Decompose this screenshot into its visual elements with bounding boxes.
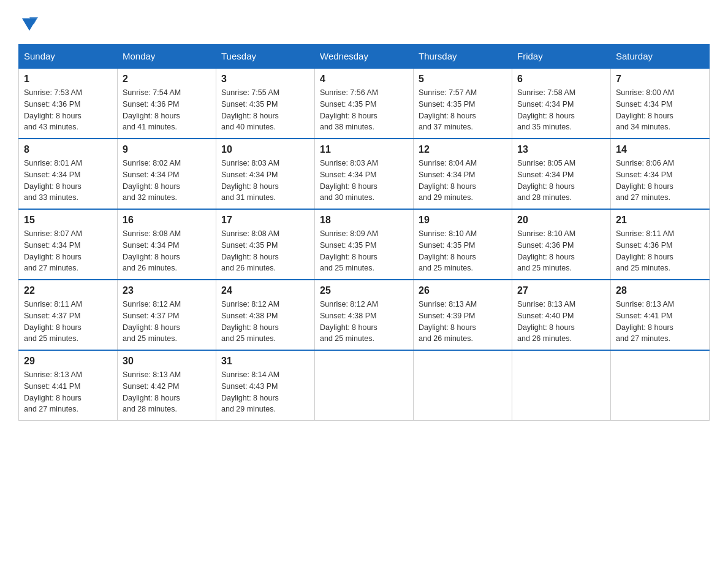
col-header-thursday: Thursday — [414, 45, 512, 69]
day-number: 1 — [24, 74, 112, 85]
day-number: 18 — [320, 215, 408, 226]
day-info: Sunrise: 8:13 AMSunset: 4:42 PMDaylight:… — [123, 369, 211, 415]
calendar-cell: 8Sunrise: 8:01 AMSunset: 4:34 PMDaylight… — [19, 139, 118, 209]
day-number: 19 — [419, 215, 507, 226]
day-info: Sunrise: 8:04 AMSunset: 4:34 PMDaylight:… — [419, 158, 507, 204]
calendar-cell: 25Sunrise: 8:12 AMSunset: 4:38 PMDayligh… — [315, 280, 414, 350]
day-info: Sunrise: 8:10 AMSunset: 4:35 PMDaylight:… — [419, 228, 507, 274]
day-number: 4 — [320, 74, 408, 85]
day-number: 26 — [419, 285, 507, 296]
day-info: Sunrise: 7:53 AMSunset: 4:36 PMDaylight:… — [24, 87, 112, 133]
day-info: Sunrise: 7:56 AMSunset: 4:35 PMDaylight:… — [320, 87, 408, 133]
day-info: Sunrise: 8:13 AMSunset: 4:41 PMDaylight:… — [24, 369, 112, 415]
calendar-cell: 15Sunrise: 8:07 AMSunset: 4:34 PMDayligh… — [19, 209, 118, 280]
day-number: 27 — [517, 285, 605, 296]
calendar-cell: 19Sunrise: 8:10 AMSunset: 4:35 PMDayligh… — [414, 209, 512, 280]
day-number: 25 — [320, 285, 408, 296]
day-info: Sunrise: 8:13 AMSunset: 4:41 PMDaylight:… — [616, 299, 704, 345]
day-number: 9 — [123, 144, 211, 155]
day-number: 7 — [616, 74, 704, 85]
day-info: Sunrise: 8:06 AMSunset: 4:34 PMDaylight:… — [616, 158, 704, 204]
day-number: 23 — [123, 285, 211, 296]
day-info: Sunrise: 8:11 AMSunset: 4:36 PMDaylight:… — [616, 228, 704, 274]
day-info: Sunrise: 7:55 AMSunset: 4:35 PMDaylight:… — [221, 87, 309, 133]
day-number: 20 — [517, 215, 605, 226]
calendar-week-row: 8Sunrise: 8:01 AMSunset: 4:34 PMDaylight… — [19, 139, 710, 209]
day-number: 8 — [24, 144, 112, 155]
day-number: 10 — [221, 144, 309, 155]
calendar-cell — [414, 350, 512, 421]
calendar-cell: 20Sunrise: 8:10 AMSunset: 4:36 PMDayligh… — [512, 209, 611, 280]
calendar-cell: 1Sunrise: 7:53 AMSunset: 4:36 PMDaylight… — [19, 68, 118, 139]
day-info: Sunrise: 7:54 AMSunset: 4:36 PMDaylight:… — [123, 87, 211, 133]
col-header-friday: Friday — [512, 45, 611, 69]
day-number: 30 — [123, 356, 211, 367]
day-info: Sunrise: 7:57 AMSunset: 4:35 PMDaylight:… — [419, 87, 507, 133]
day-number: 15 — [24, 215, 112, 226]
calendar-cell: 13Sunrise: 8:05 AMSunset: 4:34 PMDayligh… — [512, 139, 611, 209]
logo — [18, 12, 39, 33]
day-info: Sunrise: 8:05 AMSunset: 4:34 PMDaylight:… — [517, 158, 605, 204]
calendar-cell — [611, 350, 710, 421]
col-header-sunday: Sunday — [19, 45, 118, 69]
calendar-cell: 9Sunrise: 8:02 AMSunset: 4:34 PMDaylight… — [118, 139, 216, 209]
calendar-cell: 30Sunrise: 8:13 AMSunset: 4:42 PMDayligh… — [118, 350, 216, 421]
calendar-cell: 2Sunrise: 7:54 AMSunset: 4:36 PMDaylight… — [118, 68, 216, 139]
day-info: Sunrise: 8:07 AMSunset: 4:34 PMDaylight:… — [24, 228, 112, 274]
col-header-tuesday: Tuesday — [216, 45, 315, 69]
day-number: 31 — [221, 356, 309, 367]
calendar-cell: 24Sunrise: 8:12 AMSunset: 4:38 PMDayligh… — [216, 280, 315, 350]
calendar-cell: 29Sunrise: 8:13 AMSunset: 4:41 PMDayligh… — [19, 350, 118, 421]
calendar-cell: 4Sunrise: 7:56 AMSunset: 4:35 PMDaylight… — [315, 68, 414, 139]
calendar-cell: 21Sunrise: 8:11 AMSunset: 4:36 PMDayligh… — [611, 209, 710, 280]
day-number: 16 — [123, 215, 211, 226]
day-info: Sunrise: 8:02 AMSunset: 4:34 PMDaylight:… — [123, 158, 211, 204]
calendar-cell: 18Sunrise: 8:09 AMSunset: 4:35 PMDayligh… — [315, 209, 414, 280]
day-info: Sunrise: 8:09 AMSunset: 4:35 PMDaylight:… — [320, 228, 408, 274]
day-info: Sunrise: 8:00 AMSunset: 4:34 PMDaylight:… — [616, 87, 704, 133]
calendar-cell: 3Sunrise: 7:55 AMSunset: 4:35 PMDaylight… — [216, 68, 315, 139]
calendar-cell: 5Sunrise: 7:57 AMSunset: 4:35 PMDaylight… — [414, 68, 512, 139]
day-number: 14 — [616, 144, 704, 155]
calendar-week-row: 1Sunrise: 7:53 AMSunset: 4:36 PMDaylight… — [19, 68, 710, 139]
day-number: 17 — [221, 215, 309, 226]
day-info: Sunrise: 7:58 AMSunset: 4:34 PMDaylight:… — [517, 87, 605, 133]
col-header-wednesday: Wednesday — [315, 45, 414, 69]
calendar-cell: 11Sunrise: 8:03 AMSunset: 4:34 PMDayligh… — [315, 139, 414, 209]
day-info: Sunrise: 8:14 AMSunset: 4:43 PMDaylight:… — [221, 369, 309, 415]
day-number: 21 — [616, 215, 704, 226]
col-header-saturday: Saturday — [611, 45, 710, 69]
day-info: Sunrise: 8:03 AMSunset: 4:34 PMDaylight:… — [221, 158, 309, 204]
calendar-cell: 22Sunrise: 8:11 AMSunset: 4:37 PMDayligh… — [19, 280, 118, 350]
day-info: Sunrise: 8:13 AMSunset: 4:39 PMDaylight:… — [419, 299, 507, 345]
day-info: Sunrise: 8:08 AMSunset: 4:35 PMDaylight:… — [221, 228, 309, 274]
day-number: 11 — [320, 144, 408, 155]
calendar-cell: 27Sunrise: 8:13 AMSunset: 4:40 PMDayligh… — [512, 280, 611, 350]
day-number: 29 — [24, 356, 112, 367]
calendar-week-row: 15Sunrise: 8:07 AMSunset: 4:34 PMDayligh… — [19, 209, 710, 280]
calendar-cell: 28Sunrise: 8:13 AMSunset: 4:41 PMDayligh… — [611, 280, 710, 350]
day-info: Sunrise: 8:12 AMSunset: 4:37 PMDaylight:… — [123, 299, 211, 345]
col-header-monday: Monday — [118, 45, 216, 69]
calendar-cell — [512, 350, 611, 421]
calendar-table: SundayMondayTuesdayWednesdayThursdayFrid… — [18, 44, 710, 421]
day-number: 28 — [616, 285, 704, 296]
calendar-cell: 10Sunrise: 8:03 AMSunset: 4:34 PMDayligh… — [216, 139, 315, 209]
calendar-week-row: 29Sunrise: 8:13 AMSunset: 4:41 PMDayligh… — [19, 350, 710, 421]
page-header — [18, 12, 710, 33]
calendar-cell: 12Sunrise: 8:04 AMSunset: 4:34 PMDayligh… — [414, 139, 512, 209]
day-info: Sunrise: 8:12 AMSunset: 4:38 PMDaylight:… — [320, 299, 408, 345]
day-number: 13 — [517, 144, 605, 155]
calendar-cell: 16Sunrise: 8:08 AMSunset: 4:34 PMDayligh… — [118, 209, 216, 280]
calendar-week-row: 22Sunrise: 8:11 AMSunset: 4:37 PMDayligh… — [19, 280, 710, 350]
calendar-cell: 7Sunrise: 8:00 AMSunset: 4:34 PMDaylight… — [611, 68, 710, 139]
logo-icon — [20, 13, 39, 33]
day-info: Sunrise: 8:11 AMSunset: 4:37 PMDaylight:… — [24, 299, 112, 345]
calendar-cell: 17Sunrise: 8:08 AMSunset: 4:35 PMDayligh… — [216, 209, 315, 280]
day-info: Sunrise: 8:13 AMSunset: 4:40 PMDaylight:… — [517, 299, 605, 345]
calendar-cell: 6Sunrise: 7:58 AMSunset: 4:34 PMDaylight… — [512, 68, 611, 139]
day-number: 5 — [419, 74, 507, 85]
calendar-cell: 26Sunrise: 8:13 AMSunset: 4:39 PMDayligh… — [414, 280, 512, 350]
calendar-cell — [315, 350, 414, 421]
day-number: 22 — [24, 285, 112, 296]
